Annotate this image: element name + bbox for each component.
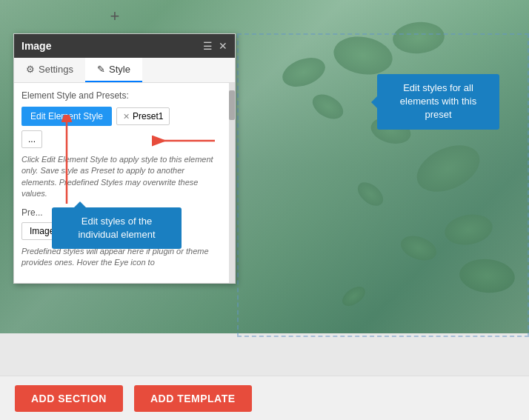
tab-settings[interactable]: ⚙ Settings bbox=[14, 58, 85, 82]
add-element-button[interactable]: + bbox=[106, 7, 124, 25]
preset-tag: ✕ Preset1 bbox=[116, 107, 170, 125]
tooltip-all-elements: Edit styles for all elements with this p… bbox=[377, 74, 499, 130]
settings-tab-label: Settings bbox=[39, 64, 73, 75]
panel-body: Element Style and Presets: Edit Element … bbox=[14, 83, 235, 283]
paint-icon: ✎ bbox=[97, 64, 105, 75]
section-label: Element Style and Presets: bbox=[21, 90, 219, 101]
drag-icon[interactable]: ☰ bbox=[203, 40, 213, 52]
scroll-thumb bbox=[229, 90, 235, 120]
more-options-button[interactable]: ... bbox=[21, 130, 42, 148]
predefined-footer-text: Predefined styles will appear here if pl… bbox=[21, 246, 219, 269]
tooltip-individual-element: Edit styles of the individual element bbox=[52, 207, 182, 249]
presets-row: Edit Element Style ✕ Preset1 bbox=[21, 107, 219, 126]
close-icon[interactable]: ✕ bbox=[219, 40, 227, 52]
panel-header-icons: ☰ ✕ bbox=[203, 40, 227, 52]
arrow-to-preset bbox=[144, 130, 219, 152]
panel-header: Image ☰ ✕ bbox=[14, 34, 235, 58]
style-tab-label: Style bbox=[109, 64, 130, 75]
tooltip-right-text: Edit styles for all elements with this p… bbox=[400, 82, 476, 120]
add-section-button[interactable]: ADD SECTION bbox=[15, 385, 123, 412]
panel-title: Image bbox=[21, 40, 51, 52]
tooltip-left-text: Edit styles of the individual element bbox=[78, 216, 155, 240]
gear-icon: ⚙ bbox=[26, 64, 35, 75]
tab-style[interactable]: ✎ Style bbox=[85, 58, 142, 82]
description-text: Click Edit Element Style to apply style … bbox=[21, 154, 219, 200]
bottom-bar: ADD SECTION ADD TEMPLATE bbox=[0, 376, 529, 420]
add-template-button[interactable]: ADD TEMPLATE bbox=[134, 385, 252, 412]
remove-preset-button[interactable]: ✕ bbox=[123, 112, 130, 121]
preset-name: Preset1 bbox=[133, 111, 163, 121]
scrollbar[interactable] bbox=[229, 83, 235, 283]
panel-tabs: ⚙ Settings ✎ Style bbox=[14, 58, 235, 83]
